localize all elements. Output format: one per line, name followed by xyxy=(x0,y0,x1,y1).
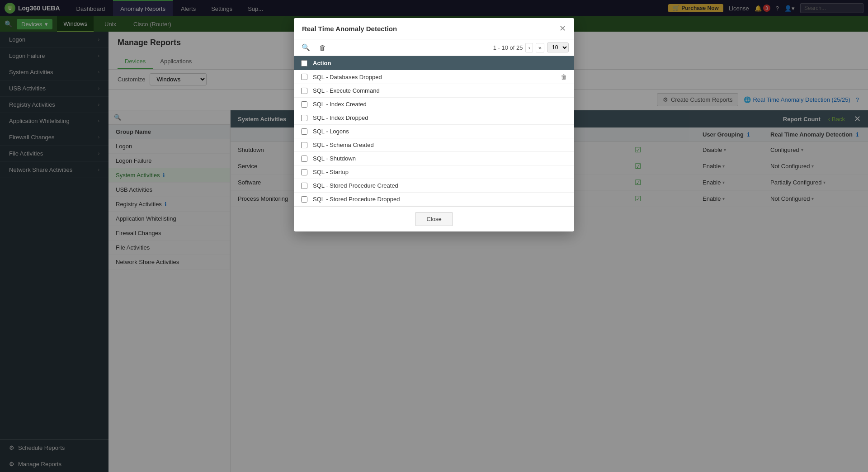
modal-close-button[interactable]: ✕ xyxy=(559,24,566,33)
row-checkbox-4[interactable] xyxy=(301,128,307,135)
row-checkbox-5[interactable] xyxy=(301,142,307,148)
modal-toolbar: 🔍 🗑 1 - 10 of 25 › » 10 25 50 xyxy=(294,39,574,56)
per-page-select[interactable]: 10 25 50 xyxy=(547,42,569,52)
row-checkbox-7[interactable] xyxy=(301,169,307,175)
row-label-7: SQL - Startup xyxy=(313,169,349,175)
rta-modal: Real Time Anomaly Detection ✕ 🔍 🗑 1 - 10… xyxy=(294,18,574,231)
modal-search-icon[interactable]: 🔍 xyxy=(299,42,312,53)
modal-delete-icon[interactable]: 🗑 xyxy=(317,42,328,53)
row-label-4: SQL - Logons xyxy=(313,128,349,135)
row-checkbox-8[interactable] xyxy=(301,183,307,189)
modal-row-4: SQL - Logons xyxy=(294,125,574,138)
pager-last-button[interactable]: » xyxy=(536,43,544,52)
row-label-8: SQL - Stored Procedure Created xyxy=(313,182,398,189)
row-checkbox-6[interactable] xyxy=(301,156,307,162)
row-checkbox-1[interactable] xyxy=(301,88,307,94)
row-label-9: SQL - Stored Procedure Dropped xyxy=(313,196,400,203)
modal-row-1: SQL - Execute Command xyxy=(294,84,574,98)
modal-overlay: Real Time Anomaly Detection ✕ 🔍 🗑 1 - 10… xyxy=(0,0,868,472)
modal-row-5: SQL - Schema Created xyxy=(294,138,574,152)
row-checkbox-3[interactable] xyxy=(301,115,307,121)
row-label-6: SQL - Shutdown xyxy=(313,155,356,162)
modal-footer: Close xyxy=(294,206,574,231)
row-checkbox-2[interactable] xyxy=(301,101,307,108)
modal-close-btn[interactable]: Close xyxy=(415,212,453,226)
pager-next-button[interactable]: › xyxy=(525,43,533,52)
select-all-checkbox[interactable] xyxy=(301,60,307,66)
modal-row-2: SQL - Index Created xyxy=(294,98,574,111)
row-label-3: SQL - Index Dropped xyxy=(313,114,368,121)
modal-row-6: SQL - Shutdown xyxy=(294,152,574,165)
modal-rows-container: SQL - Databases Dropped 🗑 SQL - Execute … xyxy=(294,70,574,206)
row-label-2: SQL - Index Created xyxy=(313,101,367,108)
pagination-label: 1 - 10 of 25 xyxy=(493,44,523,51)
modal-row-9: SQL - Stored Procedure Dropped xyxy=(294,193,574,206)
modal-row-8: SQL - Stored Procedure Created xyxy=(294,179,574,193)
row-checkbox-0[interactable] xyxy=(301,74,307,80)
action-col-header: Action xyxy=(313,60,331,66)
modal-table-header: Action xyxy=(294,56,574,70)
row-label-0: SQL - Databases Dropped xyxy=(313,74,382,80)
modal-row-3: SQL - Index Dropped xyxy=(294,111,574,125)
modal-toolbar-right: 1 - 10 of 25 › » 10 25 50 xyxy=(493,42,569,52)
modal-toolbar-left: 🔍 🗑 xyxy=(299,42,328,53)
row-delete-icon-0[interactable]: 🗑 xyxy=(561,73,567,80)
modal-row-0: SQL - Databases Dropped 🗑 xyxy=(294,70,574,84)
row-checkbox-9[interactable] xyxy=(301,196,307,203)
modal-row-7: SQL - Startup xyxy=(294,165,574,179)
modal-header: Real Time Anomaly Detection ✕ xyxy=(294,18,574,39)
row-label-5: SQL - Schema Created xyxy=(313,142,374,148)
row-label-1: SQL - Execute Command xyxy=(313,87,380,94)
modal-title: Real Time Anomaly Detection xyxy=(302,25,397,33)
